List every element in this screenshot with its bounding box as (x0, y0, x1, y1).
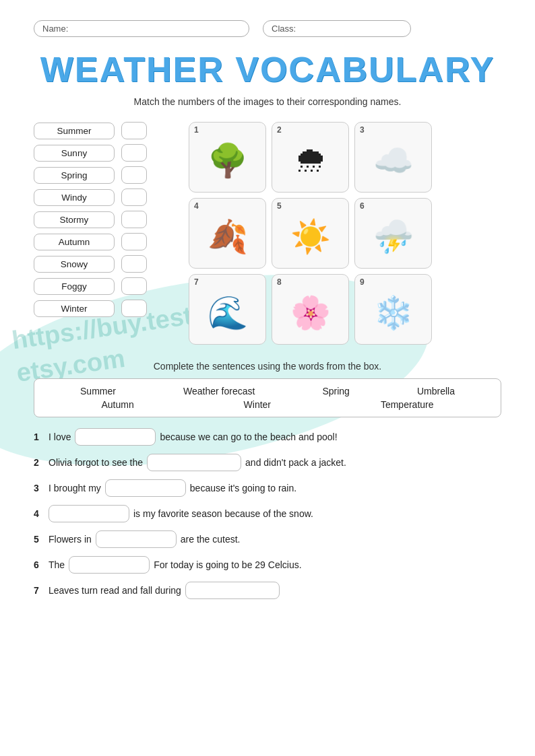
word-row-foggy: Foggy (34, 277, 168, 295)
sentence-num-2: 2 (34, 457, 44, 468)
answer-box-stormy[interactable] (121, 211, 147, 228)
sentence-6-part2: For today is going to be 29 Celcius. (154, 559, 301, 570)
image-grid: 1 🌳 2 🌨 3 ☁️ 4 🍂 5 ☀️ 6 ⛈️ (189, 122, 432, 345)
image-icon-3: ☁️ (373, 145, 414, 177)
answer-box-spring[interactable] (121, 166, 147, 184)
word-row-winter: Winter (34, 300, 168, 317)
image-number-4: 4 (194, 201, 199, 211)
image-icon-4: 🍂 (208, 221, 248, 253)
class-field: Class: (263, 20, 411, 37)
word-summer: Summer (34, 123, 115, 139)
image-cell-2: 2 🌨 (272, 122, 349, 193)
sentence-6-part1: The (49, 559, 65, 570)
image-number-6: 6 (360, 201, 365, 211)
word-spring: Spring (34, 167, 115, 184)
image-number-3: 3 (360, 125, 365, 135)
word-row-autumn: Autumn (34, 233, 168, 250)
bank-word-autumn: Autumn (101, 399, 133, 410)
sentence-7-part1: Leaves turn read and fall during (49, 585, 181, 596)
word-stormy: Stormy (34, 211, 115, 228)
complete-section: Complete the sentences using the words f… (34, 361, 501, 599)
sentence-num-4: 4 (34, 508, 44, 519)
image-cell-5: 5 ☀️ (272, 198, 349, 269)
bank-word-weather-forecast: Weather forecast (183, 386, 255, 397)
answer-box-snowy[interactable] (121, 255, 147, 273)
sentence-1-blank[interactable] (75, 428, 156, 446)
bank-word-summer: Summer (80, 386, 116, 397)
word-row-snowy: Snowy (34, 255, 168, 273)
match-subtitle: Match the numbers of the images to their… (34, 96, 501, 107)
word-bank: Summer Weather forecast Spring Umbrella … (34, 378, 501, 417)
word-bank-row-2: Autumn Winter Temperature (46, 399, 489, 410)
sentence-6-blank[interactable] (69, 556, 150, 574)
sentence-num-7: 7 (34, 585, 44, 596)
sentence-3-blank[interactable] (105, 479, 186, 497)
image-number-7: 7 (194, 277, 199, 287)
sentence-1: 1 I love because we can go to the beach … (34, 428, 501, 446)
sentence-5-blank[interactable] (96, 530, 177, 548)
sentence-7-blank[interactable] (185, 582, 280, 599)
sentence-3-part1: I brought my (49, 483, 101, 493)
image-cell-4: 4 🍂 (189, 198, 266, 269)
sentence-7: 7 Leaves turn read and fall during (34, 582, 501, 599)
image-icon-2: 🌨 (294, 145, 327, 177)
sentence-4: 4 is my favorite season because of the s… (34, 505, 501, 522)
sentence-5-part2: are the cutest. (181, 534, 241, 545)
sentence-list: 1 I love because we can go to the beach … (34, 428, 501, 599)
image-number-1: 1 (194, 125, 199, 135)
word-autumn: Autumn (34, 234, 115, 250)
sentence-4-blank[interactable] (49, 505, 129, 522)
sentence-5: 5 Flowers in are the cutest. (34, 530, 501, 548)
sentence-num-6: 6 (34, 559, 44, 570)
name-class-row: Name: Class: (34, 20, 501, 37)
image-icon-8: 🌸 (290, 297, 331, 329)
bank-word-umbrella: Umbrella (417, 386, 455, 397)
image-number-9: 9 (360, 277, 365, 287)
answer-box-sunny[interactable] (121, 144, 147, 162)
match-section: Summer Sunny Spring Windy Stormy Autumn (34, 122, 501, 345)
bank-word-winter: Winter (244, 399, 271, 410)
word-row-stormy: Stormy (34, 211, 168, 228)
word-row-windy: Windy (34, 188, 168, 206)
image-cell-8: 8 🌸 (272, 274, 349, 345)
image-cell-3: 3 ☁️ (354, 122, 432, 193)
word-foggy: Foggy (34, 278, 115, 295)
image-icon-5: ☀️ (290, 221, 331, 253)
sentence-2-blank[interactable] (147, 454, 241, 471)
sentence-3: 3 I brought my because it's going to rai… (34, 479, 501, 497)
image-icon-9: ❄️ (373, 297, 414, 329)
sentence-3-part2: because it's going to rain. (190, 483, 296, 493)
answer-box-windy[interactable] (121, 188, 147, 206)
name-label: Name: (42, 24, 68, 34)
sentence-2-part2: and didn't pack a jacket. (245, 457, 346, 468)
sentence-5-part1: Flowers in (49, 534, 92, 545)
word-row-sunny: Sunny (34, 144, 168, 162)
image-cell-7: 7 🌊 (189, 274, 266, 345)
sentence-num-3: 3 (34, 483, 44, 493)
bank-word-temperature: Temperature (381, 399, 434, 410)
word-snowy: Snowy (34, 256, 115, 273)
sentence-num-5: 5 (34, 534, 44, 545)
sentence-2-part1: Olivia forgot to see the (49, 457, 143, 468)
word-row-spring: Spring (34, 166, 168, 184)
image-icon-1: 🌳 (208, 145, 248, 177)
answer-box-winter[interactable] (121, 300, 147, 317)
image-icon-6: ⛈️ (373, 221, 414, 253)
bank-word-spring: Spring (322, 386, 349, 397)
word-winter: Winter (34, 300, 115, 317)
image-cell-6: 6 ⛈️ (354, 198, 432, 269)
word-list: Summer Sunny Spring Windy Stormy Autumn (34, 122, 168, 317)
sentence-4-part1: is my favorite season because of the sno… (133, 508, 313, 519)
word-windy: Windy (34, 189, 115, 206)
image-number-5: 5 (277, 201, 282, 211)
answer-box-autumn[interactable] (121, 233, 147, 250)
answer-box-summer[interactable] (121, 122, 147, 139)
image-number-2: 2 (277, 125, 282, 135)
answer-box-foggy[interactable] (121, 277, 147, 295)
name-field: Name: (34, 20, 249, 37)
image-cell-9: 9 ❄️ (354, 274, 432, 345)
sentence-6: 6 The For today is going to be 29 Celciu… (34, 556, 501, 574)
page-title: Weather Vocabulary (34, 49, 501, 90)
complete-title: Complete the sentences using the words f… (34, 361, 501, 372)
word-row-summer: Summer (34, 122, 168, 139)
